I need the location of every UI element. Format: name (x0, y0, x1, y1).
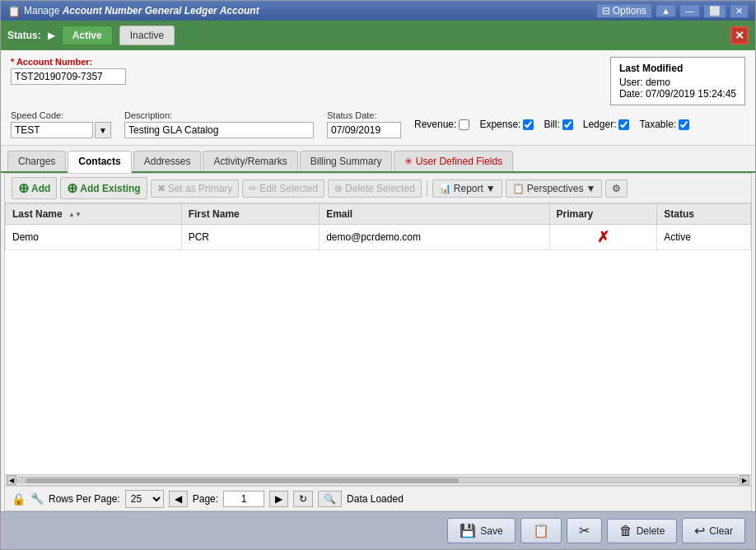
account-number-input[interactable] (11, 68, 126, 85)
next-page-button[interactable]: ▶ (269, 491, 288, 507)
set-primary-button[interactable]: ✖ Set as Primary (151, 179, 240, 198)
taxable-label: Taxable: (639, 119, 676, 130)
gear-icon: ⚙ (612, 183, 621, 194)
sort-icon-last-name[interactable]: ▲▼ (68, 212, 82, 218)
col-status: Status (657, 204, 751, 225)
cell-primary: ✗ (549, 225, 657, 250)
cell-email: demo@pcrdemo.com (320, 225, 549, 250)
delete-selected-label: Delete Selected (345, 183, 415, 194)
edit-selected-button[interactable]: ✏ Edit Selected (242, 179, 324, 198)
perspectives-icon: 📋 (512, 183, 525, 194)
main-window: 📋 Manage Account Number General Ledger A… (0, 0, 756, 550)
scrollbar-track[interactable] (16, 477, 740, 483)
delete-button[interactable]: 🗑 Delete (607, 519, 678, 543)
set-primary-label: Set as Primary (168, 183, 233, 194)
report-button[interactable]: 📊 Report ▼ (432, 179, 502, 198)
taxable-checkbox[interactable] (679, 119, 689, 130)
delete-selected-button[interactable]: ⊗ Delete Selected (328, 179, 422, 198)
lock-icon: 🔒 (12, 492, 26, 506)
tab-billing[interactable]: Billing Summary (300, 151, 393, 171)
bill-checkbox[interactable] (562, 119, 573, 130)
contacts-table: Last Name ▲▼ First Name Email Primary St… (5, 203, 751, 250)
col-last-name: Last Name ▲▼ (6, 204, 182, 225)
status-date-input[interactable] (327, 122, 401, 138)
speed-code-browse-button[interactable]: ▼ (95, 122, 111, 138)
speed-code-group: Speed Code: ▼ (11, 110, 111, 138)
toolbar-sep-1 (427, 180, 427, 197)
clear-icon: ↩ (694, 523, 705, 538)
table-row[interactable]: Demo PCR demo@pcrdemo.com ✗ Active (6, 225, 751, 250)
perspectives-button[interactable]: 📋 Perspectives ▼ (506, 179, 603, 198)
options-button[interactable]: ⊟ Options (596, 3, 652, 18)
col-primary: Primary (549, 204, 657, 225)
primary-x-icon: ✗ (597, 229, 609, 245)
speed-code-input-group: ▼ (11, 122, 111, 138)
close-button[interactable]: ✕ (730, 4, 749, 18)
status-bar: Status: ▶ Active Inactive ✕ (1, 21, 755, 50)
status-close-area: ✕ (730, 26, 749, 44)
title-bar-controls: ⊟ Options ▲ — ⬜ ✕ (596, 3, 749, 18)
contacts-content: ⊕ Add ⊕ Add Existing ✖ Set as Primary ✏ … (4, 173, 752, 511)
cell-last-name: Demo (6, 225, 182, 250)
cell-first-name: PCR (181, 225, 319, 250)
wrench-icon: 🔧 (30, 492, 44, 505)
status-date-label: Status Date: (327, 110, 401, 120)
revenue-label: Revenue: (414, 119, 456, 130)
form-area: * Account Number: Last Modified User: de… (1, 50, 755, 146)
clear-button[interactable]: ↩ Clear (682, 518, 745, 543)
description-input[interactable] (124, 122, 314, 138)
status-arrow-icon: ▶ (48, 30, 55, 41)
maximize-button[interactable]: ⬜ (703, 4, 726, 18)
cell-status: Active (657, 225, 751, 250)
search-button[interactable]: 🔍 (318, 491, 342, 507)
options-icon: ⊟ (602, 5, 610, 16)
minimize-button[interactable]: ▲ (656, 4, 676, 17)
description-group: Description: (124, 110, 314, 138)
active-tab[interactable]: Active (62, 26, 113, 45)
bill-label: Bill: (544, 119, 559, 130)
copy-button[interactable]: 📋 (520, 518, 562, 543)
revenue-checkbox-group: Revenue: (414, 119, 469, 130)
settings-button[interactable]: ⚙ (605, 179, 628, 198)
data-loaded-status: Data Loaded (347, 493, 404, 505)
status-close-button[interactable]: ✕ (730, 26, 749, 44)
add-existing-button[interactable]: ⊕ Add Existing (60, 177, 147, 199)
tab-addresses[interactable]: Addresses (133, 151, 202, 171)
revenue-checkbox[interactable] (459, 119, 469, 130)
perspectives-dropdown-icon: ▼ (586, 183, 595, 194)
copy-icon: 📋 (533, 523, 549, 538)
tab-charges[interactable]: Charges (7, 151, 66, 171)
expense-checkbox[interactable] (523, 119, 534, 130)
delete-label: Delete (637, 525, 665, 537)
cut-button[interactable]: ✂ (567, 518, 602, 543)
scroll-right-button[interactable]: ▶ (740, 475, 749, 485)
inactive-tab[interactable]: Inactive (119, 26, 175, 45)
add-existing-icon: ⊕ (67, 180, 77, 196)
cut-icon: ✂ (579, 523, 590, 538)
col-email: Email (320, 204, 549, 225)
status-label: Status: (7, 30, 41, 41)
rows-per-page-select[interactable]: 25 50 100 (125, 490, 164, 508)
horizontal-scrollbar[interactable]: ◀ ▶ (5, 474, 751, 486)
account-number-label: * Account Number: (11, 57, 126, 67)
tab-contacts[interactable]: Contacts (68, 151, 131, 173)
scroll-left-button[interactable]: ◀ (7, 475, 16, 485)
tab-udf[interactable]: ✳ User Defined Fields (394, 151, 513, 171)
page-input[interactable] (223, 491, 264, 507)
edit-label: Edit Selected (259, 183, 318, 194)
ledger-checkbox-group: Ledger: (583, 119, 630, 130)
last-modified-title: Last Modified (619, 63, 736, 74)
title-bar: 📋 Manage Account Number General Ledger A… (1, 1, 755, 21)
last-modified-user: User: demo (619, 77, 736, 88)
report-label: Report (454, 183, 483, 194)
tab-activity[interactable]: Activity/Remarks (203, 151, 297, 171)
speed-code-input[interactable] (11, 122, 93, 138)
refresh-button[interactable]: ↻ (293, 491, 313, 507)
save-button[interactable]: 💾 Save (447, 518, 515, 543)
prev-page-button[interactable]: ◀ (169, 491, 188, 507)
ledger-checkbox[interactable] (618, 119, 629, 130)
add-button[interactable]: ⊕ Add (12, 177, 57, 199)
scrollbar-thumb[interactable] (26, 478, 459, 483)
clear-label: Clear (709, 525, 733, 537)
restore-button[interactable]: — (679, 4, 700, 17)
